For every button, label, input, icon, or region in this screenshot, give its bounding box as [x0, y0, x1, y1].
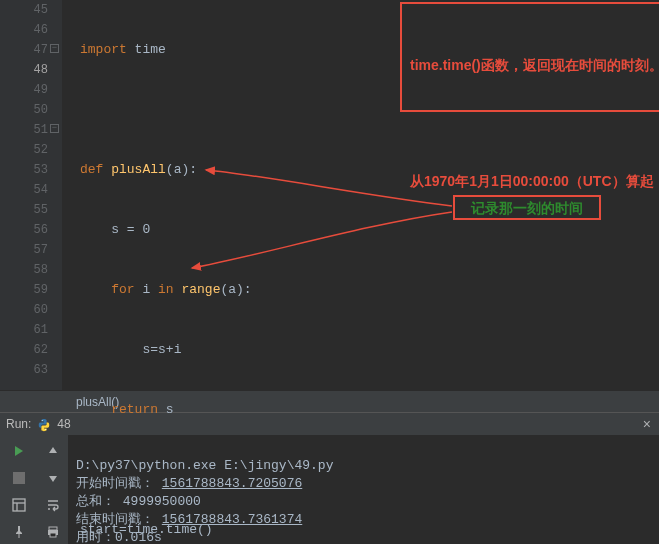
up-icon[interactable]: [44, 442, 62, 460]
run-config-name[interactable]: 48: [57, 413, 70, 435]
down-icon[interactable]: [44, 469, 62, 487]
run-header: Run: 48 ×: [0, 413, 659, 435]
print-icon[interactable]: [44, 523, 62, 541]
line-gutter: 454647−48495051−525354555657585960616263: [0, 0, 62, 390]
run-toolbar-secondary: [38, 435, 68, 544]
fold-icon[interactable]: −: [50, 44, 59, 53]
svg-rect-3: [13, 499, 25, 511]
code-content[interactable]: import time def plusAll(a): s = 0 for i …: [62, 0, 659, 390]
stop-icon[interactable]: [10, 469, 28, 487]
annotation-tooltip: time.time()函数，返回现在时间的时刻。 从1970年1月1日00:00…: [400, 2, 659, 112]
wrap-icon[interactable]: [44, 496, 62, 514]
svg-point-0: [42, 420, 43, 421]
annotation-label: 记录那一刻的时间: [453, 195, 601, 220]
layout-icon[interactable]: [10, 496, 28, 514]
rerun-icon[interactable]: [10, 442, 28, 460]
svg-rect-6: [49, 527, 57, 530]
keyword: import: [80, 42, 127, 57]
run-toolbar-left: [0, 435, 38, 544]
pin-icon[interactable]: [10, 523, 28, 541]
python-icon: [37, 417, 51, 431]
svg-rect-8: [50, 533, 56, 537]
close-icon[interactable]: ×: [643, 413, 651, 435]
svg-point-1: [46, 429, 47, 430]
svg-rect-2: [13, 472, 25, 484]
fold-icon[interactable]: −: [50, 124, 59, 133]
code-editor[interactable]: 454647−48495051−525354555657585960616263…: [0, 0, 659, 390]
run-label: Run:: [6, 413, 31, 435]
